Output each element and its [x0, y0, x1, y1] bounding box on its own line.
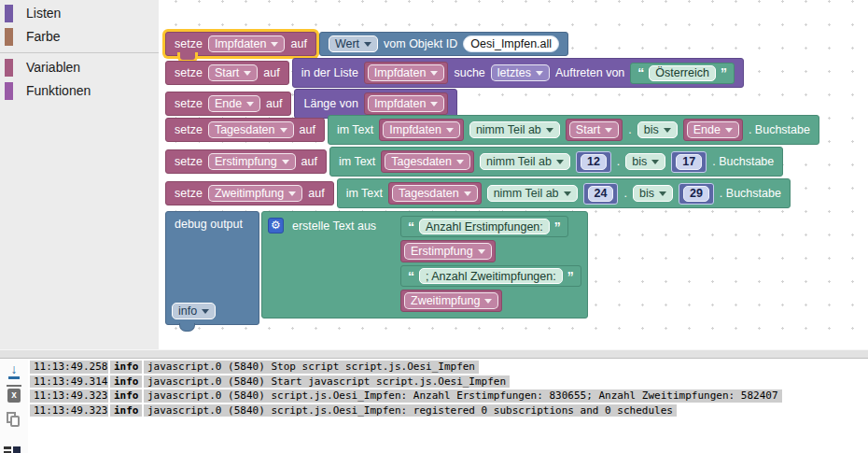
substring-from-dropdown[interactable]: nimm Teil ab	[487, 185, 578, 202]
block-label: im Text	[337, 123, 373, 136]
block-set-variable-ende[interactable]: setze Ende auf	[165, 92, 291, 116]
log-level: info	[110, 361, 142, 374]
log-row: 11:13:49.314 info javascript.0 (5840) St…	[30, 375, 868, 389]
variable-dropdown[interactable]: Tagesdaten	[385, 153, 470, 170]
log-level-dropdown[interactable]: info	[172, 303, 216, 319]
log-filter-icon[interactable]	[4, 446, 21, 453]
block-label: suche	[454, 66, 484, 79]
mutator-gear-icon[interactable]: ⚙	[268, 218, 284, 234]
block-debug-output[interactable]: debug output info	[165, 211, 259, 325]
block-set-variable-start[interactable]: setze Start auf	[165, 61, 289, 85]
string-field[interactable]: ; Anzahl Zweitimpfungen:	[419, 268, 563, 284]
dropdown-caret-icon	[484, 299, 492, 304]
dropdown-caret-icon	[430, 102, 438, 106]
dropdown-caret-icon	[659, 191, 666, 196]
substring-from-dropdown[interactable]: nimm Teil ab	[469, 121, 560, 138]
block-math-number[interactable]: 29	[679, 183, 714, 205]
block-math-number[interactable]: 24	[583, 183, 619, 205]
block-variable-get[interactable]: Ende	[683, 119, 743, 141]
substring-from-dropdown[interactable]: nimm Teil ab	[480, 153, 570, 170]
substring-to-dropdown[interactable]: bis	[637, 121, 678, 138]
log-panel: ↓ x 11:13:49.258 info javascript.0 (5840…	[0, 359, 868, 453]
block-label: auf	[308, 187, 324, 200]
toolbox-category-farbe[interactable]: Farbe	[0, 26, 159, 47]
string-field[interactable]: Anzahl Erstimpfungen:	[419, 219, 550, 234]
substring-to-dropdown[interactable]: bis	[633, 185, 673, 202]
log-panel-splitter[interactable]	[0, 349, 868, 359]
blockly-workspace[interactable]: setze Impfdaten auf Wert vom Objekt ID O…	[159, 0, 868, 349]
variable-dropdown[interactable]: Zweitimpfung	[208, 185, 302, 202]
variable-dropdown[interactable]: Erstimpfung	[404, 243, 492, 260]
clear-log-button[interactable]: x	[0, 383, 28, 407]
variable-dropdown[interactable]: Tagesdaten	[392, 185, 478, 202]
string-field[interactable]: Österreich	[649, 65, 716, 81]
log-timestamp: 11:13:49.314	[30, 375, 108, 389]
block-label: auf	[300, 123, 315, 136]
number-field[interactable]: 29	[683, 186, 709, 202]
block-variable-get[interactable]: Impfdaten	[379, 119, 464, 141]
block-set-variable-impfdaten[interactable]: setze Impfdaten auf	[165, 32, 316, 56]
block-text-substring[interactable]: im Text Tagesdaten nimm Teil ab 24 . bis	[337, 178, 791, 208]
toolbox-category-funktionen[interactable]: Funktionen	[0, 80, 159, 101]
block-variable-get[interactable]: Impfdaten	[364, 92, 449, 115]
block-math-number[interactable]: 12	[576, 151, 611, 173]
variable-dropdown[interactable]: Start	[208, 64, 258, 81]
block-variable-get[interactable]: Tagesdaten	[381, 150, 474, 173]
download-log-button[interactable]: ↓	[0, 359, 28, 383]
variable-dropdown[interactable]: Ende	[687, 121, 739, 138]
block-variable-get[interactable]: Tagesdaten	[388, 182, 482, 205]
variable-dropdown[interactable]: Ende	[208, 95, 260, 112]
variable-dropdown[interactable]: Start	[569, 121, 619, 138]
block-variable-get[interactable]: Erstimpfung	[400, 240, 496, 262]
block-text-string[interactable]: “ Österreich ”	[630, 63, 735, 84]
block-label: Auftreten von	[555, 66, 624, 79]
block-get-object-value[interactable]: Wert vom Objekt ID Oesi_Impfen.all	[319, 32, 568, 56]
log-rows: 11:13:49.258 info javascript.0 (5840) St…	[30, 361, 868, 418]
block-set-variable-tagesdaten[interactable]: setze Tagesdaten auf	[165, 118, 325, 142]
close-quote-icon: ”	[567, 270, 574, 283]
dropdown-caret-icon	[246, 102, 254, 106]
toolbox-category-listen[interactable]: Listen	[0, 3, 159, 23]
block-label: .	[623, 187, 626, 200]
variable-dropdown[interactable]: Impfdaten	[208, 35, 286, 52]
variable-dropdown[interactable]: Erstimpfung	[208, 153, 296, 170]
variable-dropdown[interactable]: Impfdaten	[368, 95, 445, 112]
substring-to-dropdown[interactable]: bis	[625, 153, 665, 170]
block-variable-get[interactable]: Zweitimpfung	[400, 290, 502, 312]
block-set-variable-erstimpfung[interactable]: setze Erstimpfung auf	[165, 149, 327, 174]
occurrence-mode-dropdown[interactable]: letztes	[491, 64, 550, 81]
log-timestamp: 11:13:49.323	[30, 404, 108, 418]
toolbox-category-variablen[interactable]: Variablen	[0, 57, 159, 78]
block-text-substring[interactable]: im Text Tagesdaten nimm Teil ab 12 . bis	[329, 147, 783, 177]
variable-dropdown[interactable]: Zweitimpfung	[404, 292, 498, 309]
dropdown-caret-icon	[244, 71, 251, 76]
block-label: setze	[175, 37, 203, 50]
number-field[interactable]: 12	[581, 154, 607, 170]
dropdown-caret-icon	[446, 128, 454, 133]
block-variable-get[interactable]: Impfdaten	[364, 62, 449, 84]
block-text-string[interactable]: “ Anzahl Erstimpfungen: ”	[400, 216, 568, 237]
download-icon: ↓	[8, 362, 20, 379]
variable-dropdown[interactable]: Tagesdaten	[208, 121, 294, 138]
number-field[interactable]: 17	[676, 154, 702, 170]
block-label: auf	[266, 97, 282, 110]
variable-dropdown[interactable]: Impfdaten	[368, 64, 445, 81]
log-level: info	[110, 375, 142, 389]
copy-log-button[interactable]	[0, 407, 28, 432]
number-field[interactable]: 24	[588, 186, 614, 202]
dropdown-caret-icon	[546, 128, 553, 133]
value-type-dropdown[interactable]: Wert	[329, 35, 378, 52]
close-quote-icon: ”	[554, 220, 561, 234]
variable-dropdown[interactable]: Impfdaten	[383, 121, 460, 138]
block-create-text-join[interactable]: ⚙ erstelle Text aus “ Anzahl Erstimpfung…	[261, 211, 588, 319]
block-set-variable-zweitimpfung[interactable]: setze Zweitimpfung auf	[165, 181, 334, 205]
block-text-string[interactable]: “ ; Anzahl Zweitimpfungen: ”	[400, 265, 581, 287]
object-id-field[interactable]: Oesi_Impfen.all	[463, 35, 559, 52]
block-variable-get[interactable]: Start	[566, 119, 623, 141]
dropdown-caret-icon	[202, 309, 209, 314]
block-text-substring[interactable]: im Text Impfdaten nimm Teil ab Start . b…	[328, 115, 819, 145]
toolbox-divider	[0, 52, 159, 53]
block-list-find-occurrence[interactable]: in der Liste Impfdaten suche letztes Auf…	[292, 58, 744, 88]
block-label: . Buchstabe	[749, 123, 810, 136]
block-math-number[interactable]: 17	[671, 151, 707, 173]
